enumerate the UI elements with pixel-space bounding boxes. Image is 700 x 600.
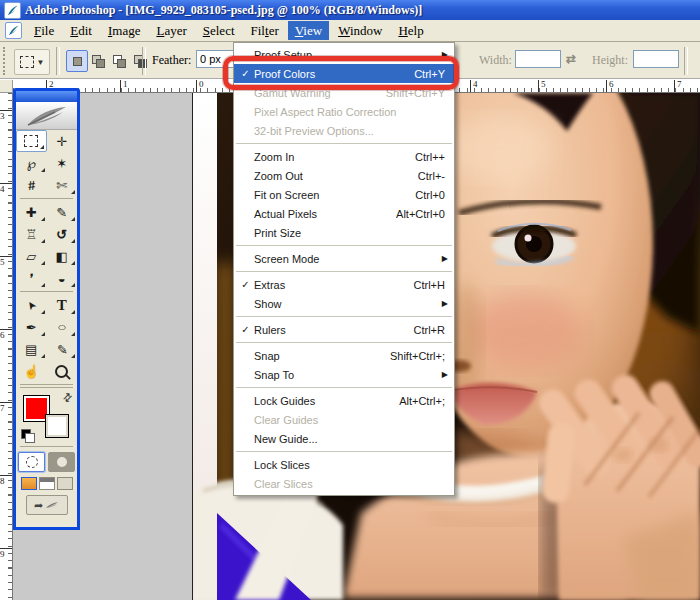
selection-mode-add-button[interactable] xyxy=(87,50,109,72)
height-input[interactable] xyxy=(633,50,679,68)
default-colors-icon[interactable] xyxy=(21,429,35,441)
vertical-ruler[interactable]: 3456789 xyxy=(0,93,13,600)
menubar-item-view[interactable]: View xyxy=(288,21,329,40)
tool-pen[interactable]: ✒ xyxy=(16,316,47,338)
tool-eraser[interactable]: ▱ xyxy=(16,245,47,267)
options-bar-grip[interactable] xyxy=(3,47,9,75)
tool-row: ℘✶ xyxy=(16,152,77,174)
tool-move[interactable]: ✛ xyxy=(47,130,78,152)
selection-circle-icon xyxy=(26,456,38,468)
menu-item-gamut-warning: Gamut WarningShift+Ctrl+Y xyxy=(234,83,454,102)
menubar-item-image[interactable]: Image xyxy=(101,21,148,40)
menu-item-rulers[interactable]: ✓RulersCtrl+R xyxy=(234,320,454,339)
menubar-item-edit[interactable]: Edit xyxy=(63,21,99,40)
menu-separator xyxy=(236,451,452,452)
menu-item-new-guide[interactable]: New Guide... xyxy=(234,429,454,448)
history-brush-icon: ↺ xyxy=(56,228,67,241)
background-color-swatch[interactable] xyxy=(45,414,69,438)
tool-paint-bucket[interactable]: ◧ xyxy=(47,245,78,267)
divider xyxy=(20,291,73,292)
tool-row: ♖↺ xyxy=(16,223,77,245)
menu-item-print-size[interactable]: Print Size xyxy=(234,223,454,242)
tool-row: ✛ xyxy=(16,130,77,152)
tool-brush[interactable]: ✎ xyxy=(47,201,78,223)
tool-notes[interactable]: ▤ xyxy=(16,338,47,360)
menubar-item-filter[interactable]: Filter xyxy=(244,21,286,40)
standard-mode-button[interactable] xyxy=(18,452,45,472)
tool-blur[interactable]: ❜ xyxy=(16,267,47,289)
menubar-item-file[interactable]: File xyxy=(27,21,61,40)
menu-item-label: 32-bit Preview Options... xyxy=(254,125,445,137)
selection-mode-subtract-button[interactable] xyxy=(108,50,130,72)
menu-item-label: Gamut Warning xyxy=(254,87,386,99)
jump-to-imageready-button[interactable]: ➦ xyxy=(26,495,68,515)
healing-brush-icon: ✚ xyxy=(26,206,37,219)
menu-separator xyxy=(236,245,452,246)
submenu-arrow-icon: ▶ xyxy=(442,50,451,59)
tool-healing-brush[interactable]: ✚ xyxy=(16,201,47,223)
width-input[interactable] xyxy=(515,50,561,68)
feather-logo xyxy=(7,5,18,16)
menu-item-label: Fit on Screen xyxy=(254,189,415,201)
ruler-label: 7 xyxy=(0,402,12,413)
window-title: Adobe Photoshop - [IMG_9929_083105-psed.… xyxy=(25,3,422,18)
menu-item-lock-slices[interactable]: Lock Slices xyxy=(234,455,454,474)
toolbox-tools: ✛℘✶#✄✚✎♖↺▱◧❜◒➤T✒○▤✐☝ xyxy=(16,130,77,385)
menu-item-proof-setup[interactable]: Proof Setup▶ xyxy=(234,45,454,64)
menu-item-label: Extras xyxy=(254,279,414,291)
menu-item-snap-to[interactable]: Snap To▶ xyxy=(234,365,454,384)
tool-dodge[interactable]: ◒ xyxy=(47,267,78,289)
tool-lasso[interactable]: ℘ xyxy=(16,152,47,174)
menu-item-show[interactable]: Show▶ xyxy=(234,294,454,313)
tool-hand[interactable]: ☝ xyxy=(16,360,47,382)
menu-item-label: Clear Slices xyxy=(254,478,445,490)
selection-mode-intersect-button[interactable] xyxy=(129,50,151,72)
tool-clone-stamp[interactable]: ♖ xyxy=(16,223,47,245)
menubar-item-window[interactable]: Window xyxy=(331,21,389,40)
tool-type[interactable]: T xyxy=(47,294,78,316)
toolbox-title-bar[interactable] xyxy=(16,91,77,102)
menu-item-label: Lock Guides xyxy=(254,395,399,407)
swap-width-height-icon[interactable]: ⇄ xyxy=(566,52,576,67)
menubar-item-layer[interactable]: Layer xyxy=(149,21,193,40)
magic-wand-icon: ✶ xyxy=(56,157,67,170)
tool-preset-picker[interactable]: ▼ xyxy=(14,49,50,75)
ruler-label: 6 xyxy=(0,329,12,340)
selection-mode-new-button[interactable] xyxy=(66,50,88,72)
menu-item-proof-colors[interactable]: ✓Proof ColorsCtrl+Y xyxy=(234,64,454,83)
swap-colors-icon[interactable]: ⇄ xyxy=(60,390,76,406)
fullscreen-button[interactable] xyxy=(57,477,73,490)
shortcut-label: Alt+Ctrl+; xyxy=(399,395,451,407)
menu-item-fit-on-screen[interactable]: Fit on ScreenCtrl+0 xyxy=(234,185,454,204)
fullscreen-with-menu-button[interactable] xyxy=(39,477,55,490)
notes-icon: ▤ xyxy=(25,343,37,356)
lasso-icon: ℘ xyxy=(27,157,36,170)
menu-item-zoom-out[interactable]: Zoom OutCtrl+- xyxy=(234,166,454,185)
tool-magic-wand[interactable]: ✶ xyxy=(47,152,78,174)
tool-crop[interactable]: # xyxy=(16,174,47,196)
dodge-icon: ◒ xyxy=(58,272,66,285)
menu-item-label: Print Size xyxy=(254,227,445,239)
tool-zoom[interactable] xyxy=(47,360,78,382)
title-bar[interactable]: Adobe Photoshop - [IMG_9929_083105-psed.… xyxy=(0,0,700,20)
menu-bar: FileEditImageLayerSelectFilterViewWindow… xyxy=(0,20,700,42)
menu-item-screen-mode[interactable]: Screen Mode▶ xyxy=(234,249,454,268)
tool-rectangular-marquee[interactable] xyxy=(16,130,47,152)
tool-ellipse-shape[interactable]: ○ xyxy=(47,316,78,338)
menubar-item-help[interactable]: Help xyxy=(391,21,430,40)
checkmark-icon: ✓ xyxy=(237,68,254,79)
tool-eyedropper[interactable]: ✐ xyxy=(47,338,78,360)
shortcut-label: Ctrl+- xyxy=(418,170,451,182)
menubar-item-select[interactable]: Select xyxy=(196,21,242,40)
tool-history-brush[interactable]: ↺ xyxy=(47,223,78,245)
quick-mask-mode-button[interactable] xyxy=(48,452,75,472)
menu-item-snap[interactable]: SnapShift+Ctrl+; xyxy=(234,346,454,365)
tool-slice[interactable]: ✄ xyxy=(47,174,78,196)
menu-item-lock-guides[interactable]: Lock GuidesAlt+Ctrl+; xyxy=(234,391,454,410)
standard-screen-mode-button[interactable] xyxy=(21,477,37,490)
tool-path-selection[interactable]: ➤ xyxy=(16,294,47,316)
menu-separator xyxy=(236,342,452,343)
menu-item-extras[interactable]: ✓ExtrasCtrl+H xyxy=(234,275,454,294)
menu-item-actual-pixels[interactable]: Actual PixelsAlt+Ctrl+0 xyxy=(234,204,454,223)
menu-item-zoom-in[interactable]: Zoom InCtrl++ xyxy=(234,147,454,166)
